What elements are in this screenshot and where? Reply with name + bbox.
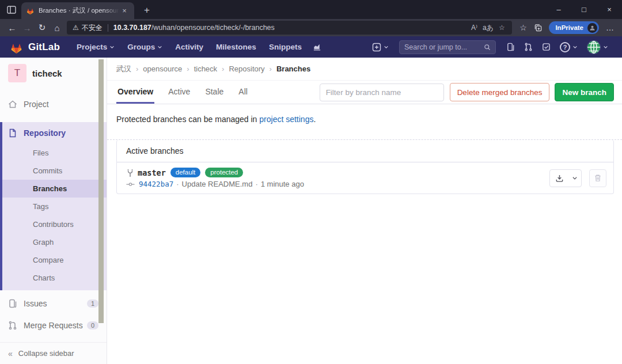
project-header[interactable]: T ticheck: [0, 58, 107, 88]
new-tab-button[interactable]: +: [140, 4, 154, 17]
issues-nav-icon[interactable]: [506, 43, 515, 51]
gitlab-logo[interactable]: GitLab: [9, 40, 60, 54]
forward-icon[interactable]: →: [20, 21, 35, 35]
delete-merged-branches-button[interactable]: Delete merged branches: [450, 83, 550, 101]
breadcrumb-branches: Branches: [276, 65, 310, 73]
tab-overview[interactable]: Overview: [116, 81, 154, 104]
search-input[interactable]: [404, 43, 484, 51]
workspace-menu-icon[interactable]: [6, 4, 17, 16]
home-icon[interactable]: ⌂: [50, 21, 65, 35]
maximize-button[interactable]: □: [571, 0, 597, 19]
download-button[interactable]: [550, 170, 568, 187]
sidebar-item-repository-label: Repository: [24, 128, 66, 138]
download-dropdown-caret[interactable]: [568, 170, 581, 187]
sidebar-item-merge-requests[interactable]: Merge Requests 0: [0, 314, 107, 336]
delete-branch-button[interactable]: [589, 169, 606, 187]
merge-request-icon: [8, 321, 17, 330]
breadcrumb-group[interactable]: 武汉: [116, 64, 131, 74]
issues-count-badge: 1: [87, 299, 98, 308]
mr-count-badge: 0: [87, 321, 98, 329]
branches-tabs: Overview Active Stale All: [116, 81, 261, 104]
project-avatar: T: [8, 64, 26, 82]
sidebar-item-contributors[interactable]: Contributors: [2, 215, 107, 233]
collapse-chevrons-icon: «: [8, 349, 13, 358]
instance-statistics-icon[interactable]: [313, 43, 321, 51]
gitlab-brand-name: GitLab: [28, 41, 60, 53]
back-icon[interactable]: ←: [5, 21, 20, 35]
help-icon: ?: [560, 42, 570, 52]
global-search[interactable]: [399, 40, 496, 54]
tab-all[interactable]: All: [237, 81, 249, 104]
tab-stale[interactable]: Stale: [204, 81, 225, 104]
gitlab-menu: Projects Groups Activity Milestones Snip…: [70, 43, 326, 51]
user-menu[interactable]: [587, 40, 608, 54]
sidebar-scrollbar[interactable]: [98, 59, 104, 323]
nav-activity[interactable]: Activity: [175, 43, 203, 51]
breadcrumb-project[interactable]: ticheck: [194, 65, 217, 73]
branch-info: master default protected 94422ba7 · Upda…: [126, 168, 549, 188]
tab-close-icon[interactable]: ×: [119, 6, 130, 16]
translate-icon[interactable]: aあ: [481, 23, 495, 33]
download-icon: [555, 174, 564, 183]
nav-milestones[interactable]: Milestones: [216, 43, 256, 51]
browser-tab[interactable]: Branches · 武汉 / opensource / t ×: [21, 2, 134, 19]
dot-separator: ·: [176, 180, 179, 188]
minimize-button[interactable]: –: [546, 0, 571, 19]
nav-projects-label: Projects: [77, 43, 107, 51]
close-button[interactable]: ×: [597, 0, 622, 19]
breadcrumb-separator: ›: [136, 65, 138, 73]
address-divider: [108, 24, 108, 32]
sidebar-item-branches[interactable]: Branches: [2, 180, 107, 198]
branch-actions: [549, 169, 606, 187]
refresh-icon[interactable]: ↻: [35, 21, 50, 35]
commit-message: Update README.md: [182, 180, 253, 188]
project-sidebar: T ticheck Project Repository Files Commi…: [0, 58, 107, 364]
nav-activity-label: Activity: [175, 43, 203, 51]
new-menu-icon[interactable]: [372, 43, 389, 52]
settings-more-icon[interactable]: …: [602, 21, 617, 35]
url-path: /wuhan/opensource/ticheck/-/branches: [151, 24, 275, 32]
nav-snippets[interactable]: Snippets: [269, 43, 302, 51]
favorites-icon[interactable]: ☆: [515, 21, 530, 35]
commit-sha-link[interactable]: 94422ba7: [139, 180, 173, 188]
commit-time: 1 minute ago: [261, 180, 304, 188]
project-settings-link[interactable]: project settings: [259, 115, 313, 124]
chevron-down-icon: [603, 44, 608, 50]
breadcrumb-repository[interactable]: Repository: [229, 65, 264, 73]
new-branch-button[interactable]: New branch: [555, 83, 614, 101]
sidebar-item-commits[interactable]: Commits: [2, 162, 107, 180]
not-secure-label[interactable]: 不安全: [82, 23, 103, 33]
sidebar-item-mr-label: Merge Requests: [24, 321, 83, 330]
sidebar-item-tags[interactable]: Tags: [2, 198, 107, 215]
inprivate-badge[interactable]: InPrivate: [549, 21, 599, 34]
repository-file-icon: [8, 128, 17, 138]
read-aloud-icon[interactable]: A⁾: [467, 24, 481, 32]
profile-avatar-icon: [587, 23, 597, 33]
nav-groups[interactable]: Groups: [127, 43, 162, 51]
sidebar-item-repository[interactable]: Repository: [2, 122, 107, 144]
sidebar-item-issues[interactable]: Issues 1: [0, 293, 107, 314]
nav-projects[interactable]: Projects: [77, 43, 115, 51]
tab-active[interactable]: Active: [167, 81, 191, 104]
sidebar-item-files[interactable]: Files: [2, 144, 107, 162]
tab-title: Branches · 武汉 / opensource / t: [39, 6, 119, 15]
add-favorite-star-icon[interactable]: ☆: [495, 24, 509, 32]
collections-icon[interactable]: [530, 21, 545, 35]
todos-nav-icon[interactable]: [542, 43, 551, 51]
sidebar-item-graph[interactable]: Graph: [2, 233, 107, 251]
sidebar-item-project[interactable]: Project: [0, 93, 107, 115]
breadcrumb-separator: ›: [222, 65, 224, 73]
main-content: 武汉 › opensource › ticheck › Repository ›…: [107, 58, 622, 364]
commit-icon: [126, 181, 135, 188]
collapse-sidebar-button[interactable]: « Collapse sidebar: [0, 342, 107, 364]
address-bar[interactable]: ⚠ 不安全 10.3.70.187 /wuhan/opensource/tich…: [67, 21, 512, 35]
help-menu[interactable]: ?: [560, 42, 578, 52]
sidebar-item-charts[interactable]: Charts: [2, 269, 107, 287]
merge-requests-nav-icon[interactable]: [524, 43, 533, 51]
chevron-down-icon: [572, 175, 578, 181]
sidebar-item-compare[interactable]: Compare: [2, 251, 107, 269]
filter-branch-input[interactable]: [320, 84, 444, 101]
browser-window: Branches · 武汉 / opensource / t × + – □ ×…: [0, 0, 622, 364]
breadcrumb-subgroup[interactable]: opensource: [143, 65, 182, 73]
note-text: Protected branches can be managed in: [116, 115, 257, 124]
